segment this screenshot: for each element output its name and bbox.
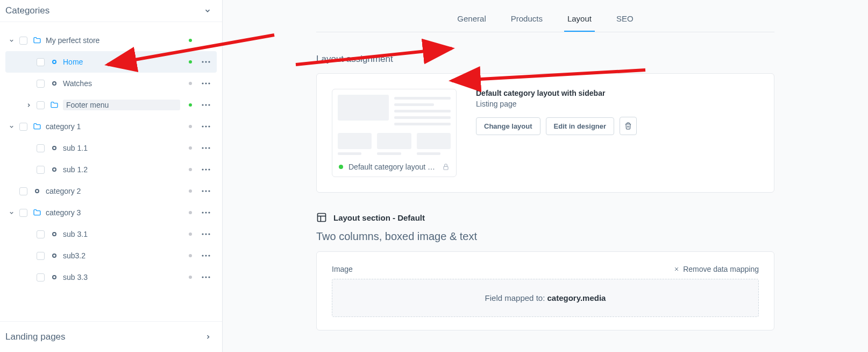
remove-mapping-label: Remove data mapping (683, 265, 759, 273)
svg-point-26 (202, 190, 203, 192)
checkbox[interactable] (37, 166, 45, 174)
status-dot-inactive (189, 211, 192, 214)
svg-point-15 (205, 125, 207, 127)
svg-point-31 (208, 212, 210, 213)
tree-item-category-2[interactable]: category 2 (5, 180, 217, 202)
row-actions-icon[interactable] (201, 186, 211, 196)
svg-point-21 (53, 168, 56, 171)
tree-item-sub-3-1[interactable]: sub 3.1 (5, 223, 217, 245)
mapped-field-name: category.media (547, 293, 606, 302)
tab-general[interactable]: General (454, 9, 489, 32)
bullet-icon (50, 165, 59, 174)
layout-section-heading: Two columns, boxed image & text (316, 230, 774, 243)
svg-point-39 (208, 255, 210, 256)
tree-item-home[interactable]: Home (5, 51, 217, 73)
tree-item-sub-1-2[interactable]: sub 1.2 (5, 159, 217, 180)
row-actions-icon[interactable] (201, 207, 211, 218)
tree-item-watches[interactable]: Watches (5, 73, 217, 94)
change-layout-button[interactable]: Change layout (476, 117, 540, 135)
svg-point-41 (202, 276, 203, 278)
layout-preview-card[interactable]: Default category layout with … (332, 89, 457, 177)
checkbox[interactable] (19, 209, 27, 217)
row-actions-icon[interactable] (201, 78, 211, 89)
row-actions-icon[interactable] (201, 229, 211, 240)
row-actions-icon[interactable] (201, 250, 211, 261)
tree-item-footer-menu[interactable]: Footer menu (5, 94, 217, 116)
remove-data-mapping-button[interactable]: Remove data mapping (673, 265, 759, 273)
mapped-field-box[interactable]: Field mapped to: category.media (332, 279, 759, 317)
status-dot-active (189, 39, 192, 42)
checkbox[interactable] (37, 58, 45, 66)
sidebar-landing-pages-header[interactable]: Landing pages (0, 321, 222, 352)
svg-point-35 (208, 233, 210, 235)
delete-layout-button[interactable] (620, 117, 637, 135)
folder-icon (50, 101, 59, 109)
svg-point-36 (53, 254, 56, 257)
row-actions-icon[interactable] (201, 121, 211, 132)
svg-point-8 (202, 82, 203, 84)
status-dot-inactive (189, 146, 192, 150)
checkbox[interactable] (19, 187, 27, 195)
svg-point-11 (202, 104, 203, 105)
sidebar-categories-header[interactable]: Categories (0, 0, 222, 22)
layout-subtitle: Listing page (476, 100, 637, 108)
tree-label: category 3 (46, 208, 180, 217)
tab-layout[interactable]: Layout (564, 9, 595, 32)
svg-point-24 (208, 168, 210, 170)
checkbox[interactable] (37, 252, 45, 260)
bullet-icon (50, 273, 59, 281)
status-dot-active (189, 60, 192, 64)
layout-title: Default category layout with sidebar (476, 89, 637, 97)
svg-point-3 (53, 60, 56, 64)
tree-item-my-perfect-store[interactable]: My perfect store (5, 30, 217, 51)
row-actions-icon[interactable] (201, 57, 211, 67)
close-icon (673, 266, 680, 272)
layout-info: Default category layout with sidebar Lis… (476, 89, 637, 135)
bullet-icon (50, 144, 59, 152)
bullet-icon (50, 79, 59, 88)
row-actions-icon[interactable] (201, 143, 211, 153)
expand-toggle[interactable] (5, 121, 17, 132)
checkbox[interactable] (19, 123, 27, 131)
folder-icon (33, 208, 41, 217)
checkbox[interactable] (37, 80, 45, 88)
expand-toggle[interactable] (23, 99, 34, 111)
tree-label: Home (63, 58, 180, 66)
status-dot-inactive (189, 233, 192, 236)
row-actions-icon[interactable] (201, 272, 211, 283)
tree-item-sub-3-2[interactable]: sub3.2 (5, 245, 217, 266)
row-actions-icon[interactable] (201, 164, 211, 175)
field-label-image: Image (332, 265, 353, 273)
checkbox[interactable] (19, 37, 27, 45)
tree-label: sub 3.3 (63, 273, 180, 281)
tab-seo[interactable]: SEO (613, 9, 637, 32)
checkbox[interactable] (37, 273, 45, 281)
checkbox[interactable] (37, 144, 45, 152)
tree-item-category-1[interactable]: category 1 (5, 116, 217, 137)
svg-point-27 (205, 190, 207, 192)
svg-point-38 (205, 255, 207, 256)
checkbox[interactable] (37, 101, 45, 109)
tree-item-sub-3-3[interactable]: sub 3.3 (5, 266, 217, 288)
status-dot-active (189, 103, 192, 107)
lock-icon (442, 163, 450, 171)
row-actions-icon[interactable] (201, 100, 211, 110)
mapped-prefix: Field mapped to: (485, 293, 547, 302)
expand-toggle[interactable] (5, 207, 17, 219)
layout-assignment-card: Default category layout with … Default c… (316, 73, 774, 193)
expand-toggle[interactable] (5, 34, 17, 46)
edit-in-designer-button[interactable]: Edit in designer (546, 117, 615, 135)
status-dot-active (339, 165, 343, 169)
tree-item-category-3[interactable]: category 3 (5, 202, 217, 223)
status-dot-inactive (189, 168, 192, 171)
svg-point-28 (208, 190, 210, 192)
svg-point-33 (202, 233, 203, 235)
svg-point-10 (208, 82, 210, 84)
preview-text-lines (394, 95, 451, 125)
tab-products[interactable]: Products (508, 9, 546, 32)
checkbox[interactable] (37, 230, 45, 238)
tree-label: sub 1.2 (63, 165, 180, 174)
tree-item-sub-1-1[interactable]: sub 1.1 (5, 137, 217, 159)
sidebar: Categories My perfect store (0, 0, 223, 352)
folder-icon (33, 36, 41, 45)
